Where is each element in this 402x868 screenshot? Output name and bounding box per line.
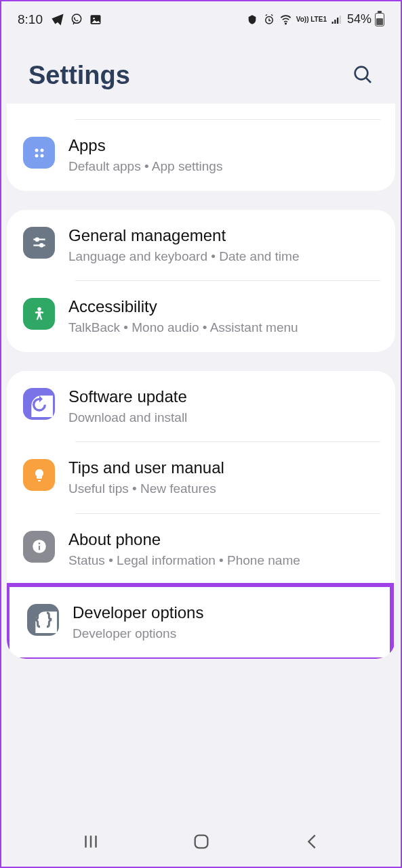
item-subtitle: Status • Legal information • Phone name (68, 552, 379, 570)
settings-item-apps[interactable]: Apps Default apps • App settings (7, 120, 395, 191)
svg-point-0 (72, 14, 81, 23)
status-bar: 8:10 Vo)) LTE1 54% (1, 1, 401, 34)
svg-point-15 (35, 238, 38, 241)
svg-point-22 (38, 543, 40, 545)
page-title: Settings (28, 61, 130, 90)
svg-point-13 (40, 154, 43, 157)
alarm-icon (262, 13, 276, 26)
notification-icon (245, 13, 259, 26)
item-title: Accessibility (68, 297, 379, 316)
svg-point-2 (93, 18, 95, 19)
status-right: Vo)) LTE1 54% (245, 12, 384, 26)
item-subtitle: Language and keyboard • Date and time (68, 248, 379, 266)
battery-percent: 54% (347, 12, 371, 26)
apps-icon (23, 137, 55, 169)
item-title: General management (68, 226, 379, 245)
svg-point-12 (35, 154, 38, 157)
svg-point-4 (285, 23, 287, 24)
settings-item-about-phone[interactable]: About phone Status • Legal information •… (7, 514, 395, 585)
item-subtitle: Download and install (68, 409, 379, 427)
settings-item-tips[interactable]: Tips and user manual Useful tips • New f… (7, 442, 395, 513)
settings-item-general-management[interactable]: General management Language and keyboard… (7, 210, 395, 281)
telegram-icon (51, 13, 64, 26)
item-subtitle: Developer options (73, 625, 374, 643)
braces-icon (27, 604, 59, 636)
svg-point-17 (40, 244, 43, 246)
svg-rect-27 (195, 836, 207, 848)
settings-card-system: Software update Download and install Tip… (7, 371, 395, 659)
item-title: About phone (68, 530, 379, 549)
battery-icon (375, 13, 384, 26)
bulb-icon (23, 459, 55, 491)
recents-button[interactable] (77, 828, 104, 855)
svg-rect-6 (334, 20, 336, 24)
wifi-icon (279, 13, 293, 26)
search-button[interactable] (352, 64, 374, 88)
settings-item-accessibility[interactable]: Accessibility TalkBack • Mono audio • As… (7, 281, 395, 352)
svg-point-10 (35, 148, 38, 152)
whatsapp-icon (70, 13, 83, 26)
sliders-icon (23, 227, 55, 259)
header: Settings (1, 34, 401, 104)
svg-point-18 (37, 307, 41, 310)
back-button[interactable] (298, 828, 325, 855)
item-subtitle: Useful tips • New features (68, 480, 379, 498)
settings-item-developer-options[interactable]: Developer options Developer options (9, 587, 390, 658)
settings-card-apps: Apps Default apps • App settings (7, 104, 395, 191)
svg-rect-21 (38, 546, 39, 550)
item-subtitle: Default apps • App settings (68, 158, 379, 176)
gallery-icon (89, 13, 102, 26)
svg-point-9 (355, 66, 368, 79)
svg-point-11 (40, 148, 43, 152)
highlighted-item-wrapper: Developer options Developer options (7, 583, 394, 659)
home-button[interactable] (188, 828, 215, 855)
status-left: 8:10 (18, 12, 102, 27)
info-icon (23, 531, 55, 563)
item-title: Tips and user manual (68, 458, 379, 477)
svg-rect-5 (331, 22, 333, 24)
svg-rect-8 (340, 16, 341, 24)
status-time: 8:10 (18, 12, 43, 27)
item-title: Developer options (73, 603, 374, 622)
svg-rect-7 (337, 18, 338, 24)
network-label: Vo)) LTE1 (296, 16, 327, 23)
settings-item-software-update[interactable]: Software update Download and install (7, 371, 395, 442)
item-title: Software update (68, 387, 379, 406)
navigation-bar (1, 817, 401, 867)
item-subtitle: TalkBack • Mono audio • Assistant menu (68, 319, 379, 337)
signal-icon (330, 13, 344, 26)
item-title: Apps (68, 136, 379, 155)
settings-card-general: General management Language and keyboard… (7, 210, 395, 352)
refresh-icon (23, 388, 55, 420)
accessibility-icon (23, 298, 55, 330)
